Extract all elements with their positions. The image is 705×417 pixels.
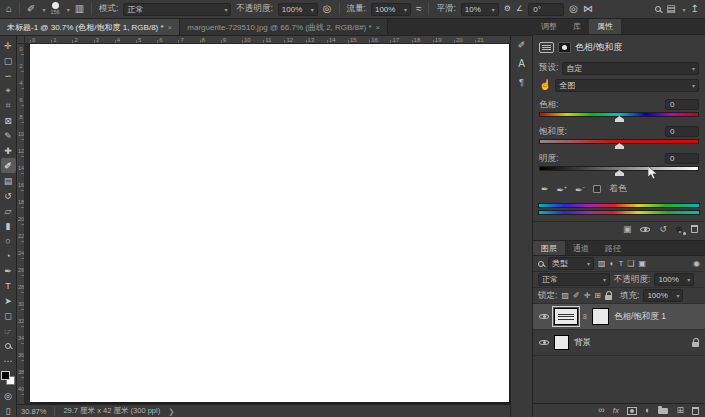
tab-adjustments[interactable]: 调整: [533, 19, 565, 34]
frame-tool[interactable]: ⊠: [1, 113, 16, 128]
dodge-tool[interactable]: ◔: [1, 248, 16, 263]
lock-transparent-pixels-icon[interactable]: ▨: [561, 291, 569, 300]
saturation-value-input[interactable]: 0: [665, 126, 699, 137]
status-chevron-icon[interactable]: ❯: [168, 407, 174, 416]
channel-select[interactable]: 全图▾: [555, 79, 699, 92]
layer-mask-icon[interactable]: [558, 42, 571, 53]
zoom-level-input[interactable]: 30.87%: [21, 407, 46, 416]
tab-close-icon[interactable]: ×: [168, 23, 173, 32]
share-icon[interactable]: ↥: [691, 4, 699, 14]
layer-name[interactable]: 背景: [574, 337, 591, 349]
clone-stamp-tool[interactable]: ▤: [1, 173, 16, 188]
move-tool[interactable]: ✛: [1, 38, 16, 53]
clip-to-layer-icon[interactable]: ▣: [623, 225, 632, 234]
screen-mode-button[interactable]: ▯: [1, 403, 16, 417]
layer-visibility-eye-icon[interactable]: [539, 312, 549, 321]
link-layers-icon[interactable]: ∞: [598, 406, 604, 415]
mask-link-icon[interactable]: 8: [583, 313, 587, 320]
path-selection-tool[interactable]: ➤: [1, 293, 16, 308]
chevron-down-icon[interactable]: ▾: [67, 6, 70, 13]
layer-style-fx-icon[interactable]: fx: [613, 406, 619, 415]
lock-all-icon[interactable]: [605, 295, 612, 300]
zoom-tool[interactable]: [1, 338, 16, 353]
home-icon[interactable]: ⌂: [6, 4, 12, 14]
brush-tool-icon[interactable]: ✐: [27, 4, 35, 14]
smoothing-select[interactable]: 10%▾: [461, 3, 499, 16]
filter-toggle-icon[interactable]: ◉: [693, 259, 700, 268]
brush-settings-panel-toggle-icon[interactable]: ▥: [75, 4, 84, 14]
document-tab-untitled[interactable]: 未标题-1 @ 30.7% (色相/饱和度 1, RGB/8) * ×: [0, 19, 180, 35]
tab-channels[interactable]: 通道: [565, 241, 597, 255]
layer-row-background[interactable]: 背景: [533, 330, 705, 356]
eyedropper-icon[interactable]: ✒: [541, 184, 549, 194]
tab-libraries[interactable]: 库: [565, 19, 589, 34]
shape-tool[interactable]: ◻: [1, 308, 16, 323]
background-layer-thumbnail[interactable]: [554, 335, 569, 350]
brush-preset-picker[interactable]: 156: [50, 2, 59, 16]
layer-mask-thumbnail[interactable]: [592, 308, 609, 325]
tab-close-icon[interactable]: ×: [376, 23, 381, 32]
eyedropper-add-icon[interactable]: ✒+: [557, 184, 567, 195]
colorize-checkbox[interactable]: [593, 185, 601, 193]
workspace-switcher-icon[interactable]: ▤: [666, 4, 675, 14]
filter-pixel-layers-icon[interactable]: ▨: [598, 259, 606, 268]
color-swatches[interactable]: [1, 371, 15, 385]
lock-position-icon[interactable]: ✛: [584, 291, 591, 300]
foreground-color-swatch[interactable]: [1, 371, 10, 380]
pressure-opacity-icon[interactable]: ◎: [323, 4, 332, 14]
tab-layers[interactable]: 图层: [533, 241, 565, 255]
spot-healing-tool[interactable]: ✚: [1, 143, 16, 158]
layer-visibility-toggle[interactable]: [676, 227, 682, 231]
filter-shape-layers-icon[interactable]: ❏: [627, 259, 634, 268]
layer-name[interactable]: 色相/饱和度 1: [614, 311, 666, 323]
object-selection-tool[interactable]: ⌖: [1, 83, 16, 98]
lock-artboard-icon[interactable]: ⊞: [594, 291, 601, 300]
add-mask-icon[interactable]: [627, 407, 637, 415]
hand-tool[interactable]: ☞: [1, 323, 16, 338]
preset-select[interactable]: 自定▾: [562, 62, 699, 75]
brush-tool[interactable]: ✐: [1, 158, 16, 173]
filter-type-layers-icon[interactable]: T: [618, 259, 623, 268]
chevron-down-icon[interactable]: ▾: [683, 6, 686, 13]
adjustment-layer-thumbnail[interactable]: [554, 308, 578, 325]
layer-fill-select[interactable]: 100%▾: [643, 289, 683, 302]
document-tab-marguerite[interactable]: marguerite-729510.jpg @ 66.7% (曲线 2, RGB…: [180, 19, 388, 35]
marquee-tool[interactable]: ▢: [1, 53, 16, 68]
saturation-slider-track[interactable]: [539, 139, 699, 144]
tab-paths[interactable]: 路径: [597, 241, 629, 255]
lightness-slider-track[interactable]: [539, 166, 699, 171]
filter-adjustment-layers-icon[interactable]: ◐: [610, 259, 615, 268]
lasso-tool[interactable]: ∽: [1, 68, 16, 83]
targeted-adjustment-icon[interactable]: ☝: [539, 80, 551, 90]
type-tool[interactable]: T: [1, 278, 16, 293]
brush-settings-panel-icon[interactable]: ✐: [518, 40, 526, 50]
gear-icon[interactable]: ⚙: [504, 5, 511, 13]
paragraph-panel-icon[interactable]: ¶: [519, 77, 524, 87]
symmetry-icon[interactable]: ⋈: [583, 4, 593, 14]
blend-mode-select[interactable]: 正常▾: [123, 3, 231, 16]
filter-type-select[interactable]: 类型▾: [548, 257, 594, 270]
layer-visibility-eye-icon[interactable]: [539, 338, 549, 347]
eyedropper-subtract-icon[interactable]: ✒−: [575, 184, 585, 195]
horizontal-ruler[interactable]: 0123456789101112131415161718192021: [25, 36, 510, 44]
lightness-value-input[interactable]: 0: [665, 153, 699, 164]
eyedropper-tool[interactable]: ✎: [1, 128, 16, 143]
layer-blend-mode-select[interactable]: 正常▾: [538, 273, 610, 286]
layer-row-hue-saturation[interactable]: 8 色相/饱和度 1: [533, 304, 705, 330]
delete-layer-icon[interactable]: [692, 407, 699, 415]
hue-slider-track[interactable]: [539, 112, 699, 117]
opacity-select[interactable]: 100%▾: [278, 3, 318, 16]
hue-slider[interactable]: [539, 111, 699, 121]
vertical-ruler[interactable]: 024681012141618202224262830323436384042: [17, 44, 25, 404]
brush-angle-input[interactable]: 0°: [528, 3, 564, 16]
reset-icon[interactable]: ↺: [659, 225, 667, 234]
edit-toolbar[interactable]: ⋯: [1, 353, 16, 368]
new-layer-icon[interactable]: ⊞: [676, 406, 684, 415]
tab-properties[interactable]: 属性: [589, 19, 621, 34]
filter-smart-objects-icon[interactable]: ▣: [638, 259, 646, 268]
layer-opacity-select[interactable]: 100%▾: [654, 273, 694, 286]
lightness-slider[interactable]: [539, 165, 699, 175]
crop-tool[interactable]: ⌗: [1, 98, 16, 113]
lock-image-pixels-icon[interactable]: ✐: [573, 291, 580, 300]
flow-select[interactable]: 100%▾: [371, 3, 411, 16]
